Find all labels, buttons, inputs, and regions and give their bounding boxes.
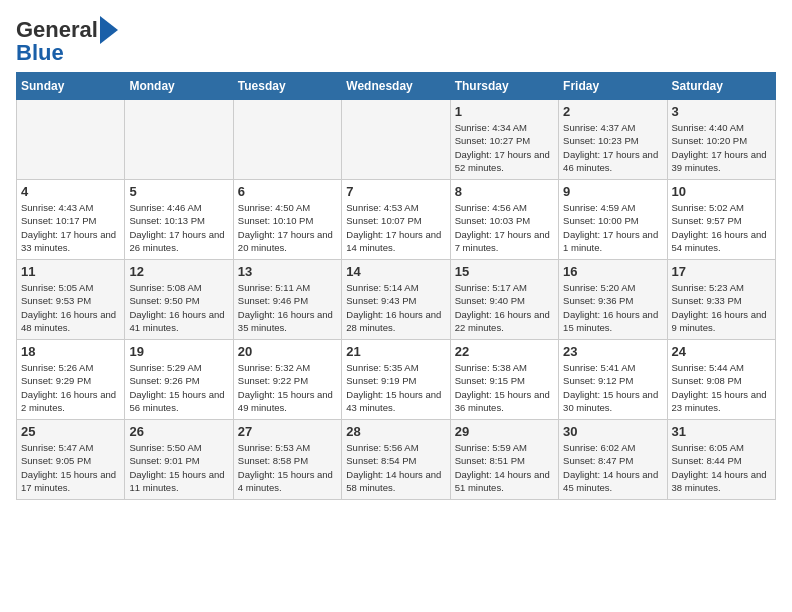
calendar-cell: 11Sunrise: 5:05 AM Sunset: 9:53 PM Dayli…	[17, 260, 125, 340]
day-info: Sunrise: 4:56 AM Sunset: 10:03 PM Daylig…	[455, 201, 554, 254]
day-info: Sunrise: 5:05 AM Sunset: 9:53 PM Dayligh…	[21, 281, 120, 334]
day-header-wednesday: Wednesday	[342, 73, 450, 100]
day-info: Sunrise: 4:37 AM Sunset: 10:23 PM Daylig…	[563, 121, 662, 174]
day-info: Sunrise: 5:47 AM Sunset: 9:05 PM Dayligh…	[21, 441, 120, 494]
day-info: Sunrise: 5:17 AM Sunset: 9:40 PM Dayligh…	[455, 281, 554, 334]
day-number: 28	[346, 424, 445, 439]
week-row: 1Sunrise: 4:34 AM Sunset: 10:27 PM Dayli…	[17, 100, 776, 180]
day-header-friday: Friday	[559, 73, 667, 100]
calendar-cell: 6Sunrise: 4:50 AM Sunset: 10:10 PM Dayli…	[233, 180, 341, 260]
day-info: Sunrise: 5:50 AM Sunset: 9:01 PM Dayligh…	[129, 441, 228, 494]
day-number: 27	[238, 424, 337, 439]
day-header-tuesday: Tuesday	[233, 73, 341, 100]
day-info: Sunrise: 4:34 AM Sunset: 10:27 PM Daylig…	[455, 121, 554, 174]
day-number: 3	[672, 104, 771, 119]
calendar-cell: 8Sunrise: 4:56 AM Sunset: 10:03 PM Dayli…	[450, 180, 558, 260]
day-number: 2	[563, 104, 662, 119]
day-number: 21	[346, 344, 445, 359]
header-row: SundayMondayTuesdayWednesdayThursdayFrid…	[17, 73, 776, 100]
day-number: 7	[346, 184, 445, 199]
week-row: 4Sunrise: 4:43 AM Sunset: 10:17 PM Dayli…	[17, 180, 776, 260]
calendar-cell: 7Sunrise: 4:53 AM Sunset: 10:07 PM Dayli…	[342, 180, 450, 260]
calendar-cell: 13Sunrise: 5:11 AM Sunset: 9:46 PM Dayli…	[233, 260, 341, 340]
day-number: 22	[455, 344, 554, 359]
day-info: Sunrise: 5:41 AM Sunset: 9:12 PM Dayligh…	[563, 361, 662, 414]
day-number: 4	[21, 184, 120, 199]
calendar-cell: 12Sunrise: 5:08 AM Sunset: 9:50 PM Dayli…	[125, 260, 233, 340]
calendar-cell	[125, 100, 233, 180]
day-info: Sunrise: 5:20 AM Sunset: 9:36 PM Dayligh…	[563, 281, 662, 334]
calendar-cell: 4Sunrise: 4:43 AM Sunset: 10:17 PM Dayli…	[17, 180, 125, 260]
calendar-cell: 1Sunrise: 4:34 AM Sunset: 10:27 PM Dayli…	[450, 100, 558, 180]
week-row: 18Sunrise: 5:26 AM Sunset: 9:29 PM Dayli…	[17, 340, 776, 420]
calendar-cell: 30Sunrise: 6:02 AM Sunset: 8:47 PM Dayli…	[559, 420, 667, 500]
day-info: Sunrise: 5:44 AM Sunset: 9:08 PM Dayligh…	[672, 361, 771, 414]
day-number: 23	[563, 344, 662, 359]
day-info: Sunrise: 4:46 AM Sunset: 10:13 PM Daylig…	[129, 201, 228, 254]
day-info: Sunrise: 5:11 AM Sunset: 9:46 PM Dayligh…	[238, 281, 337, 334]
calendar-cell	[342, 100, 450, 180]
day-number: 10	[672, 184, 771, 199]
calendar-cell: 5Sunrise: 4:46 AM Sunset: 10:13 PM Dayli…	[125, 180, 233, 260]
day-info: Sunrise: 5:32 AM Sunset: 9:22 PM Dayligh…	[238, 361, 337, 414]
logo-general: General	[16, 19, 98, 41]
calendar-cell: 21Sunrise: 5:35 AM Sunset: 9:19 PM Dayli…	[342, 340, 450, 420]
day-number: 26	[129, 424, 228, 439]
calendar-cell	[17, 100, 125, 180]
logo-arrow-icon	[100, 16, 118, 44]
calendar-cell: 31Sunrise: 6:05 AM Sunset: 8:44 PM Dayli…	[667, 420, 775, 500]
day-number: 18	[21, 344, 120, 359]
day-info: Sunrise: 5:23 AM Sunset: 9:33 PM Dayligh…	[672, 281, 771, 334]
calendar-cell: 9Sunrise: 4:59 AM Sunset: 10:00 PM Dayli…	[559, 180, 667, 260]
day-info: Sunrise: 4:59 AM Sunset: 10:00 PM Daylig…	[563, 201, 662, 254]
calendar-cell: 19Sunrise: 5:29 AM Sunset: 9:26 PM Dayli…	[125, 340, 233, 420]
day-header-saturday: Saturday	[667, 73, 775, 100]
day-number: 14	[346, 264, 445, 279]
day-info: Sunrise: 5:35 AM Sunset: 9:19 PM Dayligh…	[346, 361, 445, 414]
calendar-table: SundayMondayTuesdayWednesdayThursdayFrid…	[16, 72, 776, 500]
day-number: 30	[563, 424, 662, 439]
calendar-cell: 24Sunrise: 5:44 AM Sunset: 9:08 PM Dayli…	[667, 340, 775, 420]
calendar-cell: 23Sunrise: 5:41 AM Sunset: 9:12 PM Dayli…	[559, 340, 667, 420]
day-header-monday: Monday	[125, 73, 233, 100]
day-number: 31	[672, 424, 771, 439]
day-info: Sunrise: 5:08 AM Sunset: 9:50 PM Dayligh…	[129, 281, 228, 334]
week-row: 25Sunrise: 5:47 AM Sunset: 9:05 PM Dayli…	[17, 420, 776, 500]
day-number: 29	[455, 424, 554, 439]
day-number: 5	[129, 184, 228, 199]
day-number: 8	[455, 184, 554, 199]
day-info: Sunrise: 5:53 AM Sunset: 8:58 PM Dayligh…	[238, 441, 337, 494]
day-number: 9	[563, 184, 662, 199]
calendar-cell: 3Sunrise: 4:40 AM Sunset: 10:20 PM Dayli…	[667, 100, 775, 180]
day-number: 13	[238, 264, 337, 279]
calendar-cell: 17Sunrise: 5:23 AM Sunset: 9:33 PM Dayli…	[667, 260, 775, 340]
calendar-cell: 14Sunrise: 5:14 AM Sunset: 9:43 PM Dayli…	[342, 260, 450, 340]
logo: General Blue	[16, 16, 118, 64]
day-info: Sunrise: 5:26 AM Sunset: 9:29 PM Dayligh…	[21, 361, 120, 414]
calendar-cell: 28Sunrise: 5:56 AM Sunset: 8:54 PM Dayli…	[342, 420, 450, 500]
day-info: Sunrise: 4:50 AM Sunset: 10:10 PM Daylig…	[238, 201, 337, 254]
day-number: 12	[129, 264, 228, 279]
day-info: Sunrise: 5:56 AM Sunset: 8:54 PM Dayligh…	[346, 441, 445, 494]
day-info: Sunrise: 4:43 AM Sunset: 10:17 PM Daylig…	[21, 201, 120, 254]
calendar-cell: 27Sunrise: 5:53 AM Sunset: 8:58 PM Dayli…	[233, 420, 341, 500]
day-number: 24	[672, 344, 771, 359]
week-row: 11Sunrise: 5:05 AM Sunset: 9:53 PM Dayli…	[17, 260, 776, 340]
day-info: Sunrise: 5:02 AM Sunset: 9:57 PM Dayligh…	[672, 201, 771, 254]
day-number: 6	[238, 184, 337, 199]
calendar-cell: 16Sunrise: 5:20 AM Sunset: 9:36 PM Dayli…	[559, 260, 667, 340]
day-header-thursday: Thursday	[450, 73, 558, 100]
calendar-cell: 18Sunrise: 5:26 AM Sunset: 9:29 PM Dayli…	[17, 340, 125, 420]
page-header: General Blue	[16, 16, 776, 64]
day-number: 17	[672, 264, 771, 279]
day-info: Sunrise: 4:40 AM Sunset: 10:20 PM Daylig…	[672, 121, 771, 174]
day-number: 11	[21, 264, 120, 279]
calendar-cell: 15Sunrise: 5:17 AM Sunset: 9:40 PM Dayli…	[450, 260, 558, 340]
day-number: 20	[238, 344, 337, 359]
calendar-cell: 25Sunrise: 5:47 AM Sunset: 9:05 PM Dayli…	[17, 420, 125, 500]
day-number: 15	[455, 264, 554, 279]
logo-blue: Blue	[16, 42, 64, 64]
day-info: Sunrise: 6:02 AM Sunset: 8:47 PM Dayligh…	[563, 441, 662, 494]
calendar-cell: 26Sunrise: 5:50 AM Sunset: 9:01 PM Dayli…	[125, 420, 233, 500]
day-info: Sunrise: 5:14 AM Sunset: 9:43 PM Dayligh…	[346, 281, 445, 334]
